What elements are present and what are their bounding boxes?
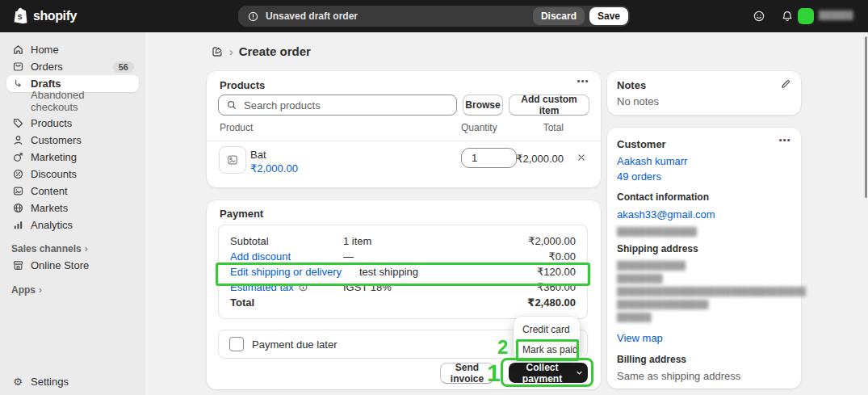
banner-text: Unsaved draft order bbox=[266, 11, 358, 22]
product-search bbox=[218, 95, 457, 116]
search-icon bbox=[226, 99, 237, 111]
add-discount-link[interactable]: Add discount bbox=[230, 250, 291, 263]
billing-address-heading: Billing address bbox=[617, 354, 686, 365]
analytics-bars-icon bbox=[11, 219, 24, 231]
save-button[interactable]: Save bbox=[589, 7, 628, 25]
orders-count-badge: 56 bbox=[113, 61, 134, 73]
contact-information-heading: Contact information bbox=[617, 191, 709, 203]
customers-icon bbox=[11, 134, 24, 146]
payment-row-discount: Add discount — ₹0.00 bbox=[230, 249, 576, 264]
sidebar-item-marketing[interactable]: Marketing bbox=[6, 149, 139, 166]
sidebar-item-settings[interactable]: ⚙ Settings bbox=[6, 373, 139, 390]
address-masked-line: █████████████████████████████████ bbox=[617, 285, 806, 297]
collect-payment-dropdown: Credit card Mark as paid bbox=[514, 317, 580, 360]
notes-card: Notes No notes bbox=[607, 71, 801, 115]
store-name-masked: ██████ bbox=[819, 11, 853, 19]
more-options-icon[interactable]: ⋯ bbox=[577, 74, 589, 89]
draft-order-icon bbox=[211, 45, 224, 58]
online-store-icon bbox=[11, 259, 24, 271]
address-masked-line: ████████████████ bbox=[617, 298, 708, 310]
send-invoice-button[interactable]: Send invoice bbox=[440, 363, 494, 384]
payment-row-shipping: Edit shipping or delivery test shipping … bbox=[230, 264, 576, 279]
remove-line-item-icon[interactable] bbox=[576, 152, 587, 163]
svg-text:S: S bbox=[18, 13, 23, 21]
sidebar-item-abandoned-checkouts[interactable]: Abandoned checkouts bbox=[6, 92, 139, 109]
settings-gear-icon: ⚙ bbox=[11, 376, 24, 388]
discounts-icon bbox=[11, 168, 24, 180]
customer-card-title: Customer bbox=[617, 138, 666, 150]
inbox-chat-icon[interactable] bbox=[753, 10, 765, 23]
annotation-number-1: 1 bbox=[487, 361, 501, 385]
shopify-admin-window: S shopify Unsaved draft order Discard Sa… bbox=[0, 0, 868, 395]
address-masked-line: ██████ bbox=[617, 311, 652, 323]
dropdown-item-credit-card[interactable]: Credit card bbox=[522, 324, 570, 335]
estimated-tax-link[interactable]: Estimated tax bbox=[230, 281, 294, 293]
home-icon bbox=[11, 44, 24, 56]
breadcrumb: › Create order bbox=[211, 44, 311, 58]
more-options-icon[interactable]: ⋯ bbox=[778, 133, 791, 148]
column-quantity: Quantity bbox=[461, 122, 497, 133]
top-bar: S shopify Unsaved draft order Discard Sa… bbox=[0, 0, 868, 32]
payment-due-later-checkbox[interactable] bbox=[229, 337, 244, 351]
edit-notes-pencil-icon[interactable] bbox=[780, 78, 791, 90]
drafts-arrow-icon bbox=[11, 78, 24, 90]
unsaved-draft-banner: Unsaved draft order Discard Save bbox=[238, 6, 630, 27]
payment-row-total: Total ₹2,480.00 bbox=[230, 295, 576, 310]
line-item-total: ₹2,000.00 bbox=[514, 153, 564, 165]
sidebar-item-orders[interactable]: Orders 56 bbox=[6, 58, 139, 75]
product-thumbnail bbox=[219, 146, 246, 174]
apps-header[interactable]: Apps › bbox=[6, 282, 139, 298]
payment-row-tax: Estimated tax IGST 18% ₹360.00 bbox=[230, 279, 576, 295]
payment-row-subtotal: Subtotal 1 item ₹2,000.00 bbox=[230, 233, 576, 249]
scrollbar-thumb[interactable] bbox=[865, 36, 867, 198]
column-product: Product bbox=[220, 122, 253, 133]
sidebar-item-markets[interactable]: Markets bbox=[6, 200, 139, 216]
customer-orders-link[interactable]: 49 orders bbox=[617, 170, 661, 183]
products-card-title: Products bbox=[220, 79, 265, 91]
shipping-address-heading: Shipping address bbox=[617, 243, 698, 254]
quantity-input[interactable] bbox=[461, 148, 517, 168]
browse-button[interactable]: Browse bbox=[463, 95, 503, 116]
dropdown-item-mark-as-paid[interactable]: Mark as paid bbox=[522, 344, 578, 355]
annotation-number-2: 2 bbox=[497, 338, 508, 357]
bell-icon[interactable] bbox=[781, 10, 794, 23]
page-title: Create order bbox=[239, 44, 311, 58]
table-divider bbox=[207, 141, 601, 141]
address-masked-line: ████████████ bbox=[617, 259, 686, 271]
sidebar: Home Orders 56 Drafts Abandoned checkout… bbox=[0, 32, 145, 395]
discard-button[interactable]: Discard bbox=[533, 7, 585, 25]
search-products-input[interactable] bbox=[242, 99, 456, 112]
info-icon[interactable] bbox=[298, 282, 308, 292]
sales-channels-header[interactable]: Sales channels › bbox=[6, 241, 139, 257]
store-avatar[interactable] bbox=[798, 8, 814, 24]
shopify-wordmark: shopify bbox=[33, 9, 77, 23]
customer-name-link[interactable]: Aakash kumarr bbox=[617, 155, 687, 167]
payment-card: Payment Subtotal 1 item ₹2,000.00 Add di… bbox=[207, 200, 601, 389]
sidebar-item-home[interactable]: Home bbox=[6, 41, 139, 58]
sidebar-item-content[interactable]: Content bbox=[6, 183, 139, 200]
sidebar-item-online-store[interactable]: Online Store bbox=[6, 257, 139, 274]
payment-summary-box: Subtotal 1 item ₹2,000.00 Add discount —… bbox=[218, 225, 588, 319]
sidebar-item-analytics[interactable]: Analytics bbox=[6, 216, 139, 233]
product-price-link[interactable]: ₹2,000.00 bbox=[250, 162, 298, 174]
customer-email-link[interactable]: akash33@gmail.com bbox=[617, 208, 715, 221]
markets-globe-icon bbox=[11, 202, 24, 214]
add-custom-item-button[interactable]: Add custom item bbox=[509, 95, 589, 116]
shopify-logo[interactable]: S shopify bbox=[13, 7, 77, 24]
chevron-right-icon: › bbox=[85, 243, 88, 254]
edit-shipping-link[interactable]: Edit shipping or delivery bbox=[230, 266, 342, 278]
view-map-link[interactable]: View map bbox=[617, 332, 663, 344]
payment-card-title: Payment bbox=[220, 208, 263, 220]
product-name: Bat bbox=[250, 149, 266, 161]
chevron-down-icon bbox=[576, 369, 583, 376]
image-placeholder-icon bbox=[226, 153, 239, 166]
collect-payment-button[interactable]: Collect payment bbox=[509, 363, 588, 383]
column-total: Total bbox=[514, 122, 564, 133]
sidebar-item-discounts[interactable]: Discounts bbox=[6, 166, 139, 183]
orders-icon bbox=[11, 61, 24, 73]
shopify-bag-icon: S bbox=[13, 7, 28, 24]
sidebar-item-customers[interactable]: Customers bbox=[6, 132, 139, 149]
customer-card: Customer ⋯ Aakash kumarr 49 orders Conta… bbox=[607, 128, 801, 389]
customer-phone-masked: ██████████████ bbox=[617, 225, 697, 237]
sidebar-item-products[interactable]: Products bbox=[6, 115, 139, 132]
